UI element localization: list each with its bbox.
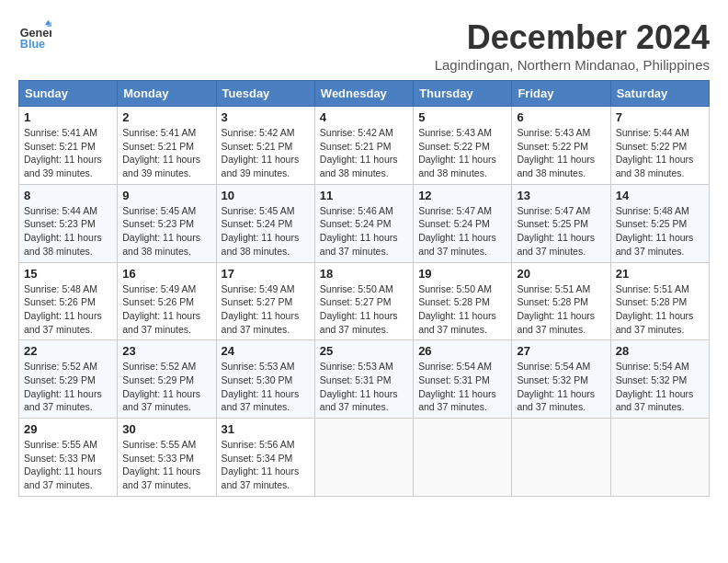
day-info: Sunrise: 5:51 AMSunset: 5:28 PMDaylight:…	[517, 282, 605, 337]
day-info: Sunrise: 5:41 AMSunset: 5:21 PMDaylight:…	[122, 126, 210, 180]
table-row: 26 Sunrise: 5:54 AMSunset: 5:31 PMDaylig…	[414, 340, 512, 419]
svg-text:Blue: Blue	[20, 38, 45, 51]
table-row	[610, 419, 709, 497]
day-number: 21	[616, 267, 704, 281]
table-row: 3 Sunrise: 5:42 AMSunset: 5:21 PMDayligh…	[216, 107, 314, 185]
day-number: 16	[122, 267, 210, 281]
day-info: Sunrise: 5:55 AMSunset: 5:33 PMDaylight:…	[24, 438, 112, 492]
day-number: 31	[222, 422, 310, 436]
day-info: Sunrise: 5:48 AMSunset: 5:25 PMDaylight:…	[616, 204, 704, 259]
table-row: 12 Sunrise: 5:47 AMSunset: 5:24 PMDaylig…	[414, 184, 512, 262]
calendar-table: Sunday Monday Tuesday Wednesday Thursday…	[18, 80, 710, 497]
day-number: 23	[122, 344, 210, 358]
table-row: 24 Sunrise: 5:53 AMSunset: 5:30 PMDaylig…	[216, 340, 314, 419]
day-info: Sunrise: 5:54 AMSunset: 5:31 PMDaylight:…	[418, 360, 506, 414]
col-friday: Friday	[512, 81, 610, 107]
day-number: 6	[517, 110, 605, 124]
day-info: Sunrise: 5:54 AMSunset: 5:32 PMDaylight:…	[616, 360, 704, 414]
day-number: 2	[122, 110, 210, 124]
table-row: 11 Sunrise: 5:46 AMSunset: 5:24 PMDaylig…	[314, 184, 413, 262]
day-number: 27	[517, 344, 605, 358]
table-row	[414, 419, 512, 497]
calendar-week-5: 29 Sunrise: 5:55 AMSunset: 5:33 PMDaylig…	[19, 419, 710, 497]
day-info: Sunrise: 5:50 AMSunset: 5:27 PMDaylight:…	[320, 282, 408, 337]
day-info: Sunrise: 5:41 AMSunset: 5:21 PMDaylight:…	[24, 126, 112, 180]
location: Lagindingan, Northern Mindanao, Philippi…	[435, 57, 710, 73]
day-info: Sunrise: 5:45 AMSunset: 5:24 PMDaylight:…	[222, 204, 310, 259]
table-row: 22 Sunrise: 5:52 AMSunset: 5:29 PMDaylig…	[19, 340, 118, 419]
day-number: 30	[122, 422, 210, 436]
month-title: December 2024	[435, 18, 710, 57]
table-row: 29 Sunrise: 5:55 AMSunset: 5:33 PMDaylig…	[19, 419, 118, 497]
day-number: 1	[24, 110, 112, 124]
day-number: 8	[24, 189, 112, 202]
day-info: Sunrise: 5:52 AMSunset: 5:29 PMDaylight:…	[122, 360, 210, 414]
day-info: Sunrise: 5:55 AMSunset: 5:33 PMDaylight:…	[122, 438, 210, 492]
header-row: Sunday Monday Tuesday Wednesday Thursday…	[19, 81, 710, 107]
table-row: 23 Sunrise: 5:52 AMSunset: 5:29 PMDaylig…	[118, 340, 216, 419]
table-row: 16 Sunrise: 5:49 AMSunset: 5:26 PMDaylig…	[118, 262, 216, 340]
table-row: 15 Sunrise: 5:48 AMSunset: 5:26 PMDaylig…	[19, 262, 118, 340]
day-number: 17	[222, 267, 310, 281]
logo: General Blue	[18, 18, 51, 52]
calendar-week-4: 22 Sunrise: 5:52 AMSunset: 5:29 PMDaylig…	[19, 340, 710, 419]
col-monday: Monday	[118, 81, 216, 107]
table-row: 4 Sunrise: 5:42 AMSunset: 5:21 PMDayligh…	[314, 107, 413, 185]
day-number: 22	[24, 344, 112, 358]
table-row: 10 Sunrise: 5:45 AMSunset: 5:24 PMDaylig…	[216, 184, 314, 262]
day-number: 9	[122, 189, 210, 202]
day-info: Sunrise: 5:44 AMSunset: 5:22 PMDaylight:…	[616, 126, 704, 180]
day-info: Sunrise: 5:54 AMSunset: 5:32 PMDaylight:…	[517, 360, 605, 414]
day-info: Sunrise: 5:49 AMSunset: 5:26 PMDaylight:…	[122, 282, 210, 337]
col-wednesday: Wednesday	[314, 81, 413, 107]
day-number: 7	[616, 110, 704, 124]
table-row: 1 Sunrise: 5:41 AMSunset: 5:21 PMDayligh…	[19, 107, 118, 185]
day-info: Sunrise: 5:51 AMSunset: 5:28 PMDaylight:…	[616, 282, 704, 337]
day-info: Sunrise: 5:43 AMSunset: 5:22 PMDaylight:…	[418, 126, 506, 180]
day-info: Sunrise: 5:53 AMSunset: 5:30 PMDaylight:…	[222, 360, 310, 414]
table-row	[314, 419, 413, 497]
day-number: 24	[222, 344, 310, 358]
table-row: 8 Sunrise: 5:44 AMSunset: 5:23 PMDayligh…	[19, 184, 118, 262]
table-row: 20 Sunrise: 5:51 AMSunset: 5:28 PMDaylig…	[512, 262, 610, 340]
day-info: Sunrise: 5:42 AMSunset: 5:21 PMDaylight:…	[320, 126, 408, 180]
day-info: Sunrise: 5:53 AMSunset: 5:31 PMDaylight:…	[320, 360, 408, 414]
day-number: 14	[616, 189, 704, 202]
table-row: 18 Sunrise: 5:50 AMSunset: 5:27 PMDaylig…	[314, 262, 413, 340]
day-info: Sunrise: 5:52 AMSunset: 5:29 PMDaylight:…	[24, 360, 112, 414]
table-row: 17 Sunrise: 5:49 AMSunset: 5:27 PMDaylig…	[216, 262, 314, 340]
day-info: Sunrise: 5:42 AMSunset: 5:21 PMDaylight:…	[222, 126, 310, 180]
table-row: 28 Sunrise: 5:54 AMSunset: 5:32 PMDaylig…	[610, 340, 709, 419]
table-row	[512, 419, 610, 497]
calendar-week-2: 8 Sunrise: 5:44 AMSunset: 5:23 PMDayligh…	[19, 184, 710, 262]
col-sunday: Sunday	[19, 81, 118, 107]
day-number: 28	[616, 344, 704, 358]
table-row: 13 Sunrise: 5:47 AMSunset: 5:25 PMDaylig…	[512, 184, 610, 262]
table-row: 6 Sunrise: 5:43 AMSunset: 5:22 PMDayligh…	[512, 107, 610, 185]
table-row: 21 Sunrise: 5:51 AMSunset: 5:28 PMDaylig…	[610, 262, 709, 340]
day-number: 11	[320, 189, 408, 202]
day-number: 18	[320, 267, 408, 281]
day-info: Sunrise: 5:56 AMSunset: 5:34 PMDaylight:…	[222, 438, 310, 492]
logo-icon: General Blue	[18, 18, 51, 52]
title-block: December 2024 Lagindingan, Northern Mind…	[435, 18, 710, 73]
table-row: 19 Sunrise: 5:50 AMSunset: 5:28 PMDaylig…	[414, 262, 512, 340]
table-row: 30 Sunrise: 5:55 AMSunset: 5:33 PMDaylig…	[118, 419, 216, 497]
day-info: Sunrise: 5:49 AMSunset: 5:27 PMDaylight:…	[222, 282, 310, 337]
table-row: 31 Sunrise: 5:56 AMSunset: 5:34 PMDaylig…	[216, 419, 314, 497]
day-info: Sunrise: 5:50 AMSunset: 5:28 PMDaylight:…	[418, 282, 506, 337]
table-row: 7 Sunrise: 5:44 AMSunset: 5:22 PMDayligh…	[610, 107, 709, 185]
col-saturday: Saturday	[610, 81, 709, 107]
table-row: 2 Sunrise: 5:41 AMSunset: 5:21 PMDayligh…	[118, 107, 216, 185]
day-info: Sunrise: 5:46 AMSunset: 5:24 PMDaylight:…	[320, 204, 408, 259]
day-info: Sunrise: 5:47 AMSunset: 5:25 PMDaylight:…	[517, 204, 605, 259]
table-row: 5 Sunrise: 5:43 AMSunset: 5:22 PMDayligh…	[414, 107, 512, 185]
day-info: Sunrise: 5:48 AMSunset: 5:26 PMDaylight:…	[24, 282, 112, 337]
day-number: 13	[517, 189, 605, 202]
table-row: 9 Sunrise: 5:45 AMSunset: 5:23 PMDayligh…	[118, 184, 216, 262]
day-info: Sunrise: 5:43 AMSunset: 5:22 PMDaylight:…	[517, 126, 605, 180]
calendar-week-3: 15 Sunrise: 5:48 AMSunset: 5:26 PMDaylig…	[19, 262, 710, 340]
calendar-week-1: 1 Sunrise: 5:41 AMSunset: 5:21 PMDayligh…	[19, 107, 710, 185]
day-info: Sunrise: 5:47 AMSunset: 5:24 PMDaylight:…	[418, 204, 506, 259]
table-row: 25 Sunrise: 5:53 AMSunset: 5:31 PMDaylig…	[314, 340, 413, 419]
